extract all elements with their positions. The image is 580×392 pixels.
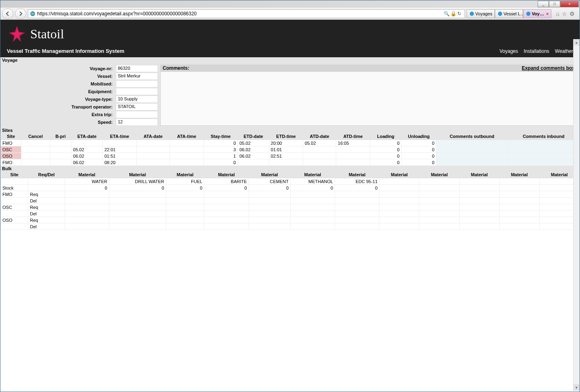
- table-cell[interactable]: [136, 140, 170, 146]
- nav-weather[interactable]: Weather: [555, 48, 573, 54]
- table-cell[interactable]: [109, 211, 166, 217]
- table-cell[interactable]: [303, 146, 336, 153]
- table-cell[interactable]: [419, 198, 459, 204]
- table-cell[interactable]: 0: [370, 146, 402, 153]
- table-cell[interactable]: [166, 211, 204, 217]
- table-cell[interactable]: 1: [204, 153, 238, 159]
- table-cell[interactable]: [508, 153, 579, 159]
- address-bar[interactable]: https://vtmisqa.statoil.com/voyagedetail…: [28, 9, 465, 18]
- table-cell[interactable]: [1, 223, 28, 230]
- table-cell[interactable]: 20:00: [269, 140, 303, 146]
- equipment-value[interactable]: [116, 88, 158, 95]
- table-cell[interactable]: OSC: [1, 146, 21, 153]
- table-cell[interactable]: [379, 204, 419, 211]
- browser-tab[interactable]: Voyages: [467, 9, 495, 18]
- table-cell[interactable]: [21, 159, 50, 166]
- table-cell[interactable]: Req: [28, 191, 65, 198]
- comments-textarea[interactable]: [160, 72, 577, 126]
- table-row[interactable]: FMOReq: [1, 191, 580, 198]
- table-cell[interactable]: 02:51: [269, 153, 303, 159]
- table-cell[interactable]: 16:05: [336, 140, 370, 146]
- table-cell[interactable]: [65, 223, 109, 230]
- table-row[interactable]: Del: [1, 211, 580, 217]
- refresh-icon[interactable]: ↻: [457, 11, 461, 17]
- table-cell[interactable]: [499, 211, 539, 217]
- table-cell[interactable]: [419, 191, 459, 198]
- table-cell[interactable]: [21, 146, 50, 153]
- table-cell[interactable]: 0: [370, 140, 402, 146]
- mobilised-value[interactable]: [116, 80, 158, 88]
- table-cell[interactable]: [204, 223, 249, 230]
- table-cell[interactable]: [170, 140, 203, 146]
- table-cell[interactable]: [204, 191, 249, 198]
- table-cell[interactable]: [303, 159, 336, 166]
- table-cell[interactable]: [166, 223, 204, 230]
- table-cell[interactable]: [291, 217, 335, 223]
- table-cell[interactable]: [459, 191, 499, 198]
- table-cell[interactable]: FMO: [1, 140, 21, 146]
- table-cell[interactable]: [499, 198, 539, 204]
- table-cell[interactable]: [166, 217, 204, 223]
- table-cell[interactable]: Stock: [1, 185, 28, 191]
- table-cell[interactable]: [249, 217, 291, 223]
- table-cell[interactable]: 06.02: [71, 159, 103, 166]
- table-cell[interactable]: [335, 204, 379, 211]
- table-cell[interactable]: [65, 191, 109, 198]
- table-cell[interactable]: [335, 211, 379, 217]
- table-cell[interactable]: [379, 185, 419, 191]
- table-cell[interactable]: 0: [249, 185, 291, 191]
- table-cell[interactable]: [336, 153, 370, 159]
- table-cell[interactable]: [249, 191, 291, 198]
- table-cell[interactable]: [379, 223, 419, 230]
- table-cell[interactable]: [170, 159, 203, 166]
- table-cell[interactable]: [419, 185, 459, 191]
- table-cell[interactable]: [419, 217, 459, 223]
- table-cell[interactable]: 0: [401, 153, 436, 159]
- nav-installations[interactable]: Installations: [523, 48, 549, 54]
- table-cell[interactable]: [379, 211, 419, 217]
- table-cell[interactable]: [1, 211, 28, 217]
- table-cell[interactable]: [436, 146, 508, 153]
- table-cell[interactable]: 0: [65, 185, 109, 191]
- table-cell[interactable]: [136, 153, 170, 159]
- window-close-button[interactable]: ×: [560, 1, 579, 7]
- table-cell[interactable]: 0: [401, 159, 436, 166]
- table-row[interactable]: Del: [1, 223, 580, 230]
- table-cell[interactable]: Req: [28, 217, 65, 223]
- table-cell[interactable]: [291, 211, 335, 217]
- favorites-icon[interactable]: ☆: [562, 10, 567, 17]
- table-cell[interactable]: [136, 146, 170, 153]
- table-row[interactable]: Del: [1, 198, 580, 204]
- table-row[interactable]: OSC05.0222:01306.0201:0100: [1, 146, 580, 153]
- table-cell[interactable]: [335, 217, 379, 223]
- table-cell[interactable]: [508, 159, 579, 166]
- table-cell[interactable]: [419, 223, 459, 230]
- table-cell[interactable]: [335, 223, 379, 230]
- table-cell[interactable]: [291, 198, 335, 204]
- table-cell[interactable]: [21, 153, 50, 159]
- window-minimize-button[interactable]: _: [538, 1, 549, 7]
- table-cell[interactable]: Req: [28, 204, 65, 211]
- table-cell[interactable]: 01:51: [103, 153, 136, 159]
- table-cell[interactable]: [436, 140, 508, 146]
- table-cell[interactable]: [65, 217, 109, 223]
- table-cell[interactable]: [459, 185, 499, 191]
- table-cell[interactable]: [303, 153, 336, 159]
- table-cell[interactable]: OSO: [1, 217, 28, 223]
- table-cell[interactable]: OSC: [1, 204, 28, 211]
- table-cell[interactable]: [1, 198, 28, 204]
- table-cell[interactable]: [204, 204, 249, 211]
- table-cell[interactable]: [65, 211, 109, 217]
- tab-close-icon[interactable]: ×: [546, 11, 549, 16]
- extra-trip-value[interactable]: [116, 111, 158, 118]
- table-cell[interactable]: 0: [109, 185, 166, 191]
- table-cell[interactable]: [459, 211, 499, 217]
- table-cell[interactable]: [50, 146, 71, 153]
- table-cell[interactable]: [103, 140, 136, 146]
- table-cell[interactable]: [166, 191, 204, 198]
- table-cell[interactable]: [436, 153, 508, 159]
- table-cell[interactable]: [379, 191, 419, 198]
- table-cell[interactable]: [170, 153, 203, 159]
- table-cell[interactable]: [109, 198, 166, 204]
- table-cell[interactable]: [336, 159, 370, 166]
